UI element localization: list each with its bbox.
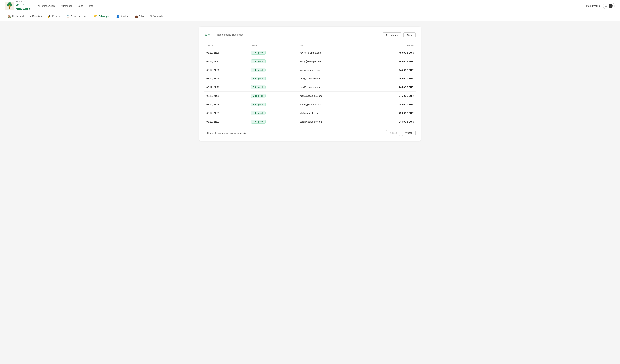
- subnav-kurse[interactable]: 🎓 Kurse ▾: [45, 12, 63, 21]
- tab-actions: Exportieren Filter: [383, 32, 416, 38]
- pagination-actions: Zurück Weiter: [386, 130, 416, 136]
- cell-datum: 08.12, 21:22: [204, 118, 249, 126]
- status-badge: Erfolgreich: [251, 59, 265, 63]
- tab-alle[interactable]: Alle: [204, 32, 210, 38]
- cell-status: Erfolgreich: [249, 118, 298, 126]
- subnav-zahlungen[interactable]: 💳 Zahlungen: [92, 12, 113, 21]
- dropdown-icon: ▾: [59, 15, 60, 17]
- cell-von: john@example.com: [298, 66, 367, 74]
- cell-status: Erfolgreich: [249, 100, 298, 109]
- cell-status: Erfolgreich: [249, 48, 298, 57]
- cell-betrag: 490,00 € EUR: [367, 74, 416, 83]
- zurueck-button[interactable]: Zurück: [386, 130, 400, 136]
- cell-von: tom@example.com: [298, 74, 367, 83]
- top-nav-links: Wildnisschulen Kursfinder Jobs Info: [38, 4, 586, 7]
- cell-betrag: 245,00 € EUR: [367, 57, 416, 66]
- main-content: Alle Angefochtene Zahlungen Exportieren …: [194, 21, 426, 146]
- subnav-stammdaten[interactable]: ⚙ Stammdaten: [147, 12, 169, 21]
- payments-table: Datum Status Von Betrag 08.12, 21:28Erfo…: [204, 43, 416, 126]
- cell-datum: 08.12, 21:28: [204, 48, 249, 57]
- pagination-row: 1–10 von 36 Ergebnissen werden angezeigt…: [204, 130, 416, 136]
- cell-datum: 08.12, 21:24: [204, 100, 249, 109]
- status-badge: Erfolgreich: [251, 77, 265, 80]
- table-row[interactable]: 08.12, 21:26Erfolgreichben@example.com24…: [204, 83, 416, 91]
- filter-button[interactable]: Filter: [403, 32, 416, 38]
- cell-von: jenny@example.com: [298, 57, 367, 66]
- cell-datum: 08.12, 21:26: [204, 83, 249, 91]
- top-navigation: WILD NET WildnisNetzwerk Wildnisschulen …: [0, 0, 620, 12]
- status-badge: Erfolgreich: [251, 103, 265, 106]
- table-row[interactable]: 08.12, 21:27Erfolgreichjenny@example.com…: [204, 57, 416, 66]
- tab-angefochtene[interactable]: Angefochtene Zahlungen: [215, 32, 244, 38]
- table-row[interactable]: 08.12, 21:23Erfolgreichlilly@example.com…: [204, 109, 416, 118]
- status-badge: Erfolgreich: [251, 120, 265, 124]
- chevron-down-icon: ▾: [599, 4, 600, 7]
- user-circle-icon: ●: [608, 4, 613, 8]
- subnav-jobs[interactable]: 💼 Jobs: [132, 12, 147, 21]
- table-row[interactable]: 08.12, 21:28Erfolgreichkevin@example.com…: [204, 48, 416, 57]
- cell-betrag: 245,00 € EUR: [367, 100, 416, 109]
- logo[interactable]: WILD NET WildnisNetzwerk: [5, 1, 30, 11]
- cell-datum: 08.12, 21:23: [204, 109, 249, 118]
- payment-icon: 💳: [94, 15, 98, 18]
- table-header-row: Datum Status Von Betrag: [204, 43, 416, 48]
- table-row[interactable]: 08.12, 21:25Erfolgreichmaria@example.com…: [204, 91, 416, 100]
- table-body: 08.12, 21:28Erfolgreichkevin@example.com…: [204, 48, 416, 126]
- cell-von: kevin@example.com: [298, 48, 367, 57]
- sub-navigation: 🏠 Dashboard ♥ Favoriten 🎓 Kurse ▾ 📋 Teil…: [0, 12, 620, 21]
- cell-betrag: 245,00 € EUR: [367, 66, 416, 74]
- table-row[interactable]: 08.12, 21:24Erfolgreichjimmy@example.com…: [204, 100, 416, 109]
- col-von: Von: [298, 43, 367, 48]
- top-nav-right: Mein Profil ▾ ☰ ●: [586, 3, 615, 9]
- brand-name: WILD NET WildnisNetzwerk: [16, 1, 30, 11]
- cell-von: sarah@example.com: [298, 118, 367, 126]
- cell-von: maria@example.com: [298, 91, 367, 100]
- hamburger-button[interactable]: ☰ ●: [603, 3, 615, 9]
- cell-betrag: 490,00 € EUR: [367, 109, 416, 118]
- status-badge: Erfolgreich: [251, 68, 265, 72]
- settings-icon: ⚙: [150, 15, 152, 18]
- svg-rect-1: [9, 7, 10, 9]
- status-badge: Erfolgreich: [251, 51, 265, 55]
- status-badge: Erfolgreich: [251, 111, 265, 115]
- cell-datum: 08.12, 21:27: [204, 57, 249, 66]
- subnav-teilnehmer[interactable]: 📋 Teilnehmer:innen: [63, 12, 91, 21]
- tabs-row: Alle Angefochtene Zahlungen Exportieren …: [204, 32, 416, 38]
- col-betrag: Betrag: [367, 43, 416, 48]
- nav-wildnisschulen[interactable]: Wildnisschulen: [38, 4, 55, 7]
- menu-icon: ☰: [605, 4, 607, 7]
- heart-icon: ♥: [30, 15, 31, 18]
- nav-info[interactable]: Info: [89, 4, 93, 7]
- subnav-kunden[interactable]: 👤 Kunden: [113, 12, 131, 21]
- status-badge: Erfolgreich: [251, 85, 265, 89]
- table-row[interactable]: 08.12, 21:22Erfolgreichsarah@example.com…: [204, 118, 416, 126]
- cell-datum: 08.12, 21:26: [204, 66, 249, 74]
- table-row[interactable]: 08.12, 21:26Erfolgreichtom@example.com49…: [204, 74, 416, 83]
- mein-profil-button[interactable]: Mein Profil ▾: [586, 4, 600, 7]
- clipboard-icon: 📋: [66, 15, 70, 18]
- payments-card: Alle Angefochtene Zahlungen Exportieren …: [199, 27, 421, 141]
- weiter-button[interactable]: Weiter: [402, 130, 416, 136]
- cell-betrag: 245,00 € EUR: [367, 118, 416, 126]
- col-datum: Datum: [204, 43, 249, 48]
- nav-kursfinder[interactable]: Kursfinder: [61, 4, 72, 7]
- cell-status: Erfolgreich: [249, 109, 298, 118]
- cell-von: lilly@example.com: [298, 109, 367, 118]
- pagination-info: 1–10 von 36 Ergebnissen werden angezeigt: [204, 132, 247, 134]
- nav-jobs[interactable]: Jobs: [78, 4, 83, 7]
- subnav-dashboard[interactable]: 🏠 Dashboard: [5, 12, 26, 21]
- cell-status: Erfolgreich: [249, 83, 298, 91]
- cell-von: jimmy@example.com: [298, 100, 367, 109]
- cell-status: Erfolgreich: [249, 91, 298, 100]
- cell-betrag: 245,00 € EUR: [367, 91, 416, 100]
- table-row[interactable]: 08.12, 21:26Erfolgreichjohn@example.com2…: [204, 66, 416, 74]
- subnav-favoriten[interactable]: ♥ Favoriten: [27, 12, 45, 21]
- home-icon: 🏠: [8, 15, 11, 18]
- logo-icon: [5, 2, 14, 10]
- cell-datum: 08.12, 21:25: [204, 91, 249, 100]
- cell-status: Erfolgreich: [249, 66, 298, 74]
- briefcase-icon: 💼: [135, 15, 138, 18]
- cell-status: Erfolgreich: [249, 74, 298, 83]
- person-icon: 👤: [116, 15, 120, 18]
- exportieren-button[interactable]: Exportieren: [383, 32, 402, 38]
